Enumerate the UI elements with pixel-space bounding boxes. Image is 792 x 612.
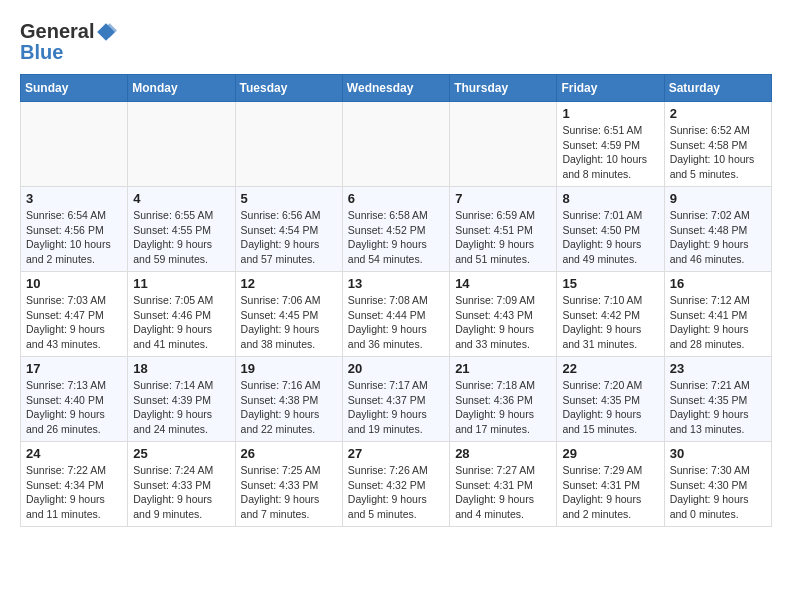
day-number: 14 bbox=[455, 276, 551, 291]
day-info: Sunrise: 7:17 AMSunset: 4:37 PMDaylight:… bbox=[348, 378, 444, 437]
day-info: Sunrise: 7:16 AMSunset: 4:38 PMDaylight:… bbox=[241, 378, 337, 437]
day-number: 10 bbox=[26, 276, 122, 291]
calendar-cell: 9Sunrise: 7:02 AMSunset: 4:48 PMDaylight… bbox=[664, 187, 771, 272]
day-number: 15 bbox=[562, 276, 658, 291]
calendar-cell: 16Sunrise: 7:12 AMSunset: 4:41 PMDayligh… bbox=[664, 272, 771, 357]
calendar-cell: 29Sunrise: 7:29 AMSunset: 4:31 PMDayligh… bbox=[557, 442, 664, 527]
calendar-cell: 17Sunrise: 7:13 AMSunset: 4:40 PMDayligh… bbox=[21, 357, 128, 442]
calendar-week-row: 10Sunrise: 7:03 AMSunset: 4:47 PMDayligh… bbox=[21, 272, 772, 357]
day-number: 2 bbox=[670, 106, 766, 121]
day-info: Sunrise: 7:03 AMSunset: 4:47 PMDaylight:… bbox=[26, 293, 122, 352]
day-number: 27 bbox=[348, 446, 444, 461]
calendar-week-row: 3Sunrise: 6:54 AMSunset: 4:56 PMDaylight… bbox=[21, 187, 772, 272]
day-info: Sunrise: 7:26 AMSunset: 4:32 PMDaylight:… bbox=[348, 463, 444, 522]
day-info: Sunrise: 7:30 AMSunset: 4:30 PMDaylight:… bbox=[670, 463, 766, 522]
calendar-cell: 11Sunrise: 7:05 AMSunset: 4:46 PMDayligh… bbox=[128, 272, 235, 357]
day-info: Sunrise: 6:52 AMSunset: 4:58 PMDaylight:… bbox=[670, 123, 766, 182]
day-info: Sunrise: 7:25 AMSunset: 4:33 PMDaylight:… bbox=[241, 463, 337, 522]
day-info: Sunrise: 7:06 AMSunset: 4:45 PMDaylight:… bbox=[241, 293, 337, 352]
day-number: 7 bbox=[455, 191, 551, 206]
day-number: 20 bbox=[348, 361, 444, 376]
day-info: Sunrise: 6:54 AMSunset: 4:56 PMDaylight:… bbox=[26, 208, 122, 267]
calendar-day-header: Thursday bbox=[450, 75, 557, 102]
calendar-week-row: 1Sunrise: 6:51 AMSunset: 4:59 PMDaylight… bbox=[21, 102, 772, 187]
calendar-cell: 14Sunrise: 7:09 AMSunset: 4:43 PMDayligh… bbox=[450, 272, 557, 357]
day-info: Sunrise: 7:22 AMSunset: 4:34 PMDaylight:… bbox=[26, 463, 122, 522]
calendar-cell: 3Sunrise: 6:54 AMSunset: 4:56 PMDaylight… bbox=[21, 187, 128, 272]
calendar-day-header: Friday bbox=[557, 75, 664, 102]
day-info: Sunrise: 7:24 AMSunset: 4:33 PMDaylight:… bbox=[133, 463, 229, 522]
day-info: Sunrise: 7:29 AMSunset: 4:31 PMDaylight:… bbox=[562, 463, 658, 522]
day-info: Sunrise: 7:01 AMSunset: 4:50 PMDaylight:… bbox=[562, 208, 658, 267]
day-number: 11 bbox=[133, 276, 229, 291]
calendar-cell: 8Sunrise: 7:01 AMSunset: 4:50 PMDaylight… bbox=[557, 187, 664, 272]
calendar-week-row: 24Sunrise: 7:22 AMSunset: 4:34 PMDayligh… bbox=[21, 442, 772, 527]
day-number: 8 bbox=[562, 191, 658, 206]
calendar-cell: 23Sunrise: 7:21 AMSunset: 4:35 PMDayligh… bbox=[664, 357, 771, 442]
logo-blue-text: Blue bbox=[20, 41, 63, 64]
day-info: Sunrise: 7:02 AMSunset: 4:48 PMDaylight:… bbox=[670, 208, 766, 267]
calendar-cell: 28Sunrise: 7:27 AMSunset: 4:31 PMDayligh… bbox=[450, 442, 557, 527]
day-info: Sunrise: 7:18 AMSunset: 4:36 PMDaylight:… bbox=[455, 378, 551, 437]
calendar-week-row: 17Sunrise: 7:13 AMSunset: 4:40 PMDayligh… bbox=[21, 357, 772, 442]
logo: General Blue bbox=[20, 20, 117, 64]
calendar-cell: 7Sunrise: 6:59 AMSunset: 4:51 PMDaylight… bbox=[450, 187, 557, 272]
calendar-body: 1Sunrise: 6:51 AMSunset: 4:59 PMDaylight… bbox=[21, 102, 772, 527]
day-info: Sunrise: 7:27 AMSunset: 4:31 PMDaylight:… bbox=[455, 463, 551, 522]
day-number: 6 bbox=[348, 191, 444, 206]
calendar-day-header: Monday bbox=[128, 75, 235, 102]
calendar-cell: 13Sunrise: 7:08 AMSunset: 4:44 PMDayligh… bbox=[342, 272, 449, 357]
day-number: 23 bbox=[670, 361, 766, 376]
calendar-cell: 1Sunrise: 6:51 AMSunset: 4:59 PMDaylight… bbox=[557, 102, 664, 187]
day-info: Sunrise: 7:20 AMSunset: 4:35 PMDaylight:… bbox=[562, 378, 658, 437]
calendar-cell: 27Sunrise: 7:26 AMSunset: 4:32 PMDayligh… bbox=[342, 442, 449, 527]
day-number: 13 bbox=[348, 276, 444, 291]
calendar-cell: 10Sunrise: 7:03 AMSunset: 4:47 PMDayligh… bbox=[21, 272, 128, 357]
calendar-cell bbox=[128, 102, 235, 187]
day-number: 9 bbox=[670, 191, 766, 206]
calendar-table: SundayMondayTuesdayWednesdayThursdayFrid… bbox=[20, 74, 772, 527]
calendar-header-row: SundayMondayTuesdayWednesdayThursdayFrid… bbox=[21, 75, 772, 102]
calendar-cell: 25Sunrise: 7:24 AMSunset: 4:33 PMDayligh… bbox=[128, 442, 235, 527]
day-info: Sunrise: 7:08 AMSunset: 4:44 PMDaylight:… bbox=[348, 293, 444, 352]
day-number: 25 bbox=[133, 446, 229, 461]
logo-icon bbox=[95, 21, 117, 43]
day-number: 24 bbox=[26, 446, 122, 461]
calendar-cell bbox=[21, 102, 128, 187]
calendar-cell: 21Sunrise: 7:18 AMSunset: 4:36 PMDayligh… bbox=[450, 357, 557, 442]
day-number: 22 bbox=[562, 361, 658, 376]
day-info: Sunrise: 6:58 AMSunset: 4:52 PMDaylight:… bbox=[348, 208, 444, 267]
calendar-cell: 20Sunrise: 7:17 AMSunset: 4:37 PMDayligh… bbox=[342, 357, 449, 442]
calendar-cell: 30Sunrise: 7:30 AMSunset: 4:30 PMDayligh… bbox=[664, 442, 771, 527]
day-number: 19 bbox=[241, 361, 337, 376]
day-info: Sunrise: 7:10 AMSunset: 4:42 PMDaylight:… bbox=[562, 293, 658, 352]
day-number: 16 bbox=[670, 276, 766, 291]
calendar-day-header: Sunday bbox=[21, 75, 128, 102]
page-header: General Blue bbox=[20, 20, 772, 64]
calendar-day-header: Tuesday bbox=[235, 75, 342, 102]
day-info: Sunrise: 7:12 AMSunset: 4:41 PMDaylight:… bbox=[670, 293, 766, 352]
calendar-cell bbox=[450, 102, 557, 187]
day-number: 21 bbox=[455, 361, 551, 376]
calendar-day-header: Wednesday bbox=[342, 75, 449, 102]
day-number: 12 bbox=[241, 276, 337, 291]
day-info: Sunrise: 6:59 AMSunset: 4:51 PMDaylight:… bbox=[455, 208, 551, 267]
day-number: 28 bbox=[455, 446, 551, 461]
day-number: 4 bbox=[133, 191, 229, 206]
day-info: Sunrise: 7:13 AMSunset: 4:40 PMDaylight:… bbox=[26, 378, 122, 437]
day-number: 3 bbox=[26, 191, 122, 206]
calendar-cell: 22Sunrise: 7:20 AMSunset: 4:35 PMDayligh… bbox=[557, 357, 664, 442]
calendar-cell: 4Sunrise: 6:55 AMSunset: 4:55 PMDaylight… bbox=[128, 187, 235, 272]
calendar-cell bbox=[342, 102, 449, 187]
calendar-cell bbox=[235, 102, 342, 187]
calendar-day-header: Saturday bbox=[664, 75, 771, 102]
calendar-cell: 5Sunrise: 6:56 AMSunset: 4:54 PMDaylight… bbox=[235, 187, 342, 272]
day-info: Sunrise: 7:21 AMSunset: 4:35 PMDaylight:… bbox=[670, 378, 766, 437]
day-number: 17 bbox=[26, 361, 122, 376]
calendar-cell: 26Sunrise: 7:25 AMSunset: 4:33 PMDayligh… bbox=[235, 442, 342, 527]
day-info: Sunrise: 7:05 AMSunset: 4:46 PMDaylight:… bbox=[133, 293, 229, 352]
day-number: 1 bbox=[562, 106, 658, 121]
logo-general-text: General bbox=[20, 20, 94, 43]
calendar-cell: 2Sunrise: 6:52 AMSunset: 4:58 PMDaylight… bbox=[664, 102, 771, 187]
day-number: 5 bbox=[241, 191, 337, 206]
